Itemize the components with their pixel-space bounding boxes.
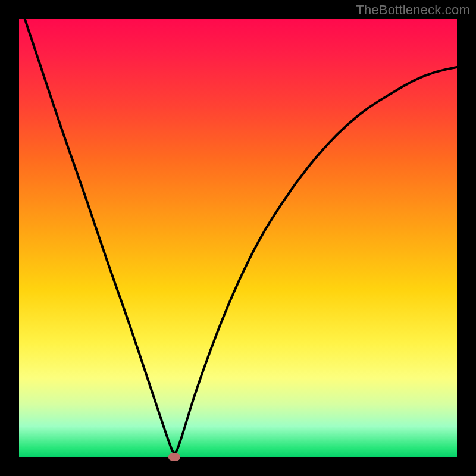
bottleneck-curve [19,19,457,457]
watermark-text: TheBottleneck.com [356,2,470,18]
optimum-marker [168,453,180,461]
chart-plot-area [19,19,457,457]
